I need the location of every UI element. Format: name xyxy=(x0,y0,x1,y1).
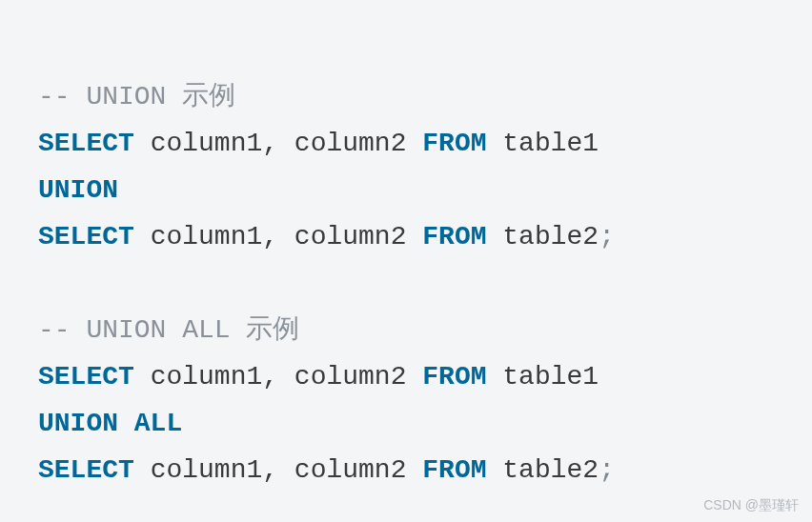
keyword-from: FROM xyxy=(422,455,486,485)
semicolon: ; xyxy=(599,455,615,485)
semicolon: ; xyxy=(599,222,615,251)
table-name: table2 xyxy=(487,222,599,251)
keyword-from: FROM xyxy=(422,222,486,251)
columns-text: column1, column2 xyxy=(134,129,422,158)
columns-text: column1, column2 xyxy=(134,222,422,251)
table-name: table1 xyxy=(487,129,599,158)
comment-line: -- UNION ALL 示例 xyxy=(38,315,299,345)
comment-line: -- UNION 示例 xyxy=(38,82,235,111)
keyword-union-all: UNION ALL xyxy=(38,409,182,438)
table-name: table1 xyxy=(487,362,599,392)
watermark-text: CSDN @墨瑾轩 xyxy=(703,493,799,517)
keyword-select: SELECT xyxy=(38,455,134,485)
table-name: table2 xyxy=(487,455,599,485)
keyword-from: FROM xyxy=(422,362,486,392)
sql-code-block: -- UNION 示例 SELECT column1, column2 FROM… xyxy=(38,27,774,493)
keyword-select: SELECT xyxy=(38,362,134,392)
columns-text: column1, column2 xyxy=(134,455,422,485)
keyword-union: UNION xyxy=(38,175,118,205)
columns-text: column1, column2 xyxy=(134,362,422,392)
keyword-from: FROM xyxy=(422,129,486,158)
keyword-select: SELECT xyxy=(38,129,134,158)
keyword-select: SELECT xyxy=(38,222,134,251)
